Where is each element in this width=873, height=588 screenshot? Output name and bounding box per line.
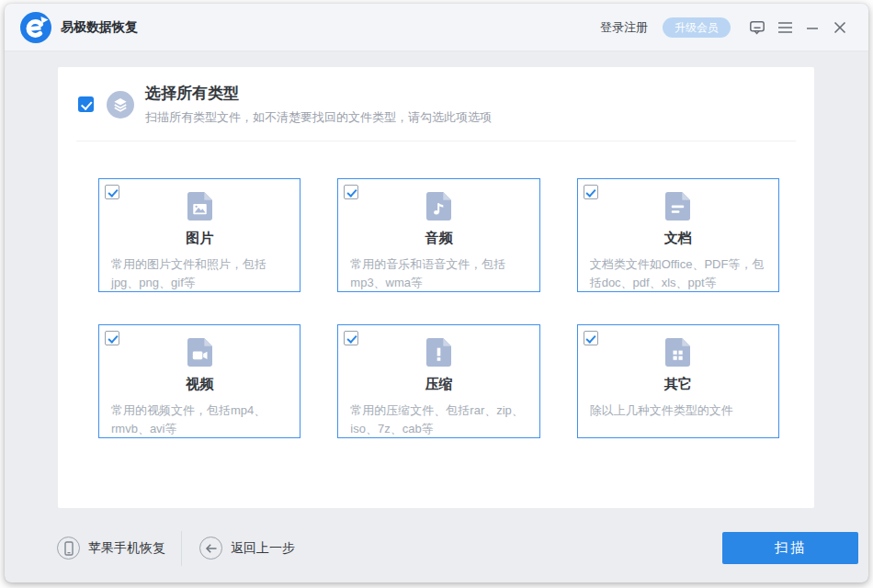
header-subtitle: 扫描所有类型文件，如不清楚要找回的文件类型，请勾选此项选项 xyxy=(145,109,492,126)
video-file-icon xyxy=(187,338,212,367)
header-title: 选择所有类型 xyxy=(145,83,492,104)
card-archive[interactable]: 压缩 常用的压缩文件、包括rar、zip、iso、7z、cab等 xyxy=(337,324,539,438)
card-video[interactable]: 视频 常用的视频文件，包括mp4、rmvb、avi等 xyxy=(98,324,300,438)
titlebar-icons xyxy=(743,16,854,40)
minimize-icon[interactable] xyxy=(799,16,826,40)
card-description: 文档类文件如Office、PDF等，包括doc、pdf、xls、ppt等 xyxy=(590,255,767,292)
iphone-recovery-button[interactable]: 苹果手机恢复 xyxy=(57,537,165,560)
card-title: 文档 xyxy=(578,230,778,247)
card-other[interactable]: 其它 除以上几种文件类型的文件 xyxy=(577,324,779,438)
upgrade-member-button[interactable]: 升级会员 xyxy=(663,17,731,38)
card-documents[interactable]: 文档 文档类文件如Office、PDF等，包括doc、pdf、xls、ppt等 xyxy=(577,178,779,292)
card-title: 视频 xyxy=(99,376,300,393)
card-other-checkbox[interactable] xyxy=(584,331,598,345)
file-type-grid: 图片 常用的图片文件和照片，包括jpg、png、gif等 音频 常用的音乐和语音… xyxy=(98,178,779,438)
app-window: 易极数据恢复 登录注册 升级会员 xyxy=(5,4,868,582)
card-archive-checkbox[interactable] xyxy=(344,331,358,345)
all-types-badge xyxy=(107,91,134,119)
titlebar: 易极数据恢复 登录注册 升级会员 xyxy=(5,4,868,51)
card-audio[interactable]: 音频 常用的音乐和语音文件，包括mp3、wma等 xyxy=(337,178,539,292)
back-label: 返回上一步 xyxy=(231,540,295,557)
footer-bar: 苹果手机恢复 返回上一步 扫描 xyxy=(5,508,868,582)
select-all-checkbox[interactable] xyxy=(78,96,94,112)
card-description: 除以上几种文件类型的文件 xyxy=(590,401,767,420)
phone-icon xyxy=(57,537,80,560)
card-title: 其它 xyxy=(578,376,778,393)
scan-button[interactable]: 扫描 xyxy=(722,532,858,564)
back-button[interactable]: 返回上一步 xyxy=(199,537,295,560)
login-register-link[interactable]: 登录注册 xyxy=(600,19,648,36)
card-title: 压缩 xyxy=(338,376,539,393)
card-title: 音频 xyxy=(338,230,539,247)
layers-icon xyxy=(111,96,130,114)
card-description: 常用的图片文件和照片，包括jpg、png、gif等 xyxy=(111,255,289,292)
iphone-recovery-label: 苹果手机恢复 xyxy=(88,540,165,557)
archive-file-icon xyxy=(426,338,451,367)
document-file-icon xyxy=(665,192,690,220)
header-text: 选择所有类型 扫描所有类型文件，如不清楚要找回的文件类型，请勾选此项选项 xyxy=(145,83,492,126)
footer-divider xyxy=(181,531,182,566)
card-audio-checkbox[interactable] xyxy=(344,185,358,199)
card-title: 图片 xyxy=(99,230,300,247)
other-file-icon xyxy=(665,338,690,367)
card-images-checkbox[interactable] xyxy=(105,185,119,199)
card-description: 常用的音乐和语音文件，包括mp3、wma等 xyxy=(350,255,527,292)
audio-file-icon xyxy=(426,192,451,220)
header-divider xyxy=(76,141,796,141)
image-file-icon xyxy=(187,192,212,220)
card-images[interactable]: 图片 常用的图片文件和照片，包括jpg、png、gif等 xyxy=(98,178,300,292)
card-description: 常用的视频文件，包括mp4、rmvb、avi等 xyxy=(111,401,289,438)
menu-icon[interactable] xyxy=(771,16,799,40)
close-icon[interactable] xyxy=(826,16,854,40)
select-all-header: 选择所有类型 扫描所有类型文件，如不清楚要找回的文件类型，请勾选此项选项 xyxy=(58,67,814,126)
card-documents-checkbox[interactable] xyxy=(584,185,598,199)
back-arrow-icon xyxy=(199,537,222,560)
file-type-panel: 选择所有类型 扫描所有类型文件，如不清楚要找回的文件类型，请勾选此项选项 xyxy=(58,67,814,508)
app-logo-icon xyxy=(20,12,51,43)
card-description: 常用的压缩文件、包括rar、zip、iso、7z、cab等 xyxy=(350,401,527,438)
app-title: 易极数据恢复 xyxy=(61,19,138,36)
card-video-checkbox[interactable] xyxy=(105,331,119,345)
feedback-bubble-icon[interactable] xyxy=(743,16,771,40)
main-content: 选择所有类型 扫描所有类型文件，如不清楚要找回的文件类型，请勾选此项选项 xyxy=(5,67,868,582)
